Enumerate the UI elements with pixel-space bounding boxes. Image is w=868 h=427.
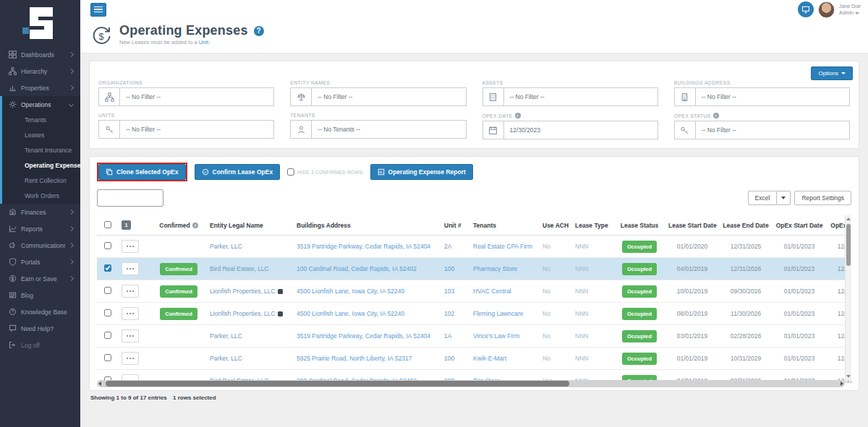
help-icon[interactable]: ? [254,26,264,36]
table-row[interactable]: Parker, LLC 3519 Partridge Parkway, Ceda… [97,325,851,348]
chevron-right-icon [69,85,74,90]
vertical-scrollbar[interactable] [845,215,851,380]
sidebar-item-need-help[interactable]: Need Help? [0,320,80,337]
user-avatar[interactable] [818,1,835,18]
sidebar-item-rent-collection[interactable]: Rent Collection [2,173,80,189]
col-confirmed[interactable]: Confirmed [159,222,190,229]
row-checkbox[interactable] [104,287,111,294]
table-row-selected[interactable]: Confirmed Bird Real Estate, LLC 100 Card… [97,258,851,280]
info-icon[interactable]: i [192,223,198,228]
chevron-right-icon [69,276,74,281]
table-row[interactable]: Confirmed Lionfish Properties, LLC 4500 … [97,303,851,325]
scroll-down-arrow[interactable] [846,375,851,378]
sidebar-item-tenants[interactable]: Tenants [2,113,80,128]
sidebar-item-reports[interactable]: Reports [0,220,80,237]
tenants-filter-input[interactable]: -- No Tenants -- [312,121,465,138]
row-checkbox[interactable] [104,264,111,272]
unit-link[interactable]: Unit [199,39,208,46]
lease-status-badge: Occupied [622,330,657,342]
opex-status-filter-input[interactable]: -- No Filter -- [696,121,849,139]
row-actions-button[interactable] [122,329,139,342]
horizontal-scrollbar[interactable] [97,380,845,387]
filter-label: TENANTS [290,113,466,118]
row-actions-button[interactable] [122,352,139,365]
table-row[interactable]: Parker, LLC 5925 Prairie Road, North Lib… [97,348,851,370]
sidebar-item-operations[interactable]: Operations [2,96,80,113]
row-actions-button[interactable] [122,307,139,320]
col-lease-type[interactable]: Lease Type [572,215,613,236]
col-unit[interactable]: Unit # [441,215,470,236]
report-settings-button[interactable]: Report Settings [794,191,851,205]
col-entity[interactable]: Entity Legal Name [207,215,294,236]
col-lease-status[interactable]: Lease Status [613,215,665,236]
sidebar-item-finances[interactable]: Finances [0,204,80,220]
sidebar-item-operating-expenses[interactable]: Operating Expenses [2,158,80,173]
filter-label: BUILDINGS ADDRESS [674,80,850,85]
sidebar-item-tenant-insurance[interactable]: Tenant Insurance [2,143,80,158]
sidebar-item-work-orders[interactable]: Work Orders [2,189,80,204]
options-button[interactable]: Options [811,66,853,80]
row-actions-button[interactable] [122,240,139,253]
sidebar-item-properties[interactable]: Properties [0,79,80,96]
sidebar-item-hierarchy[interactable]: Hierarchy [0,63,80,79]
scales-icon [291,88,312,105]
row-actions-button[interactable] [122,285,139,298]
col-lease-start[interactable]: Lease Start Date [665,215,719,236]
excel-export-group: Excel [748,191,791,205]
sidebar-item-leases[interactable]: Leases [2,128,80,143]
opex-table: 1 Confirmedi Entity Legal Name Buildings… [97,215,851,387]
row-actions-button[interactable] [122,262,139,275]
units-filter-input[interactable]: -- No Filter -- [120,121,273,138]
buildings-address-filter-input[interactable]: -- No Filter -- [696,88,849,105]
app-logo[interactable] [0,0,80,46]
sidebar-item-knowledge-base[interactable]: Knowledge Base [0,303,80,320]
knowledge-base-icon [9,308,17,316]
hide-confirmed-checkbox[interactable] [287,168,294,176]
opex-date-input[interactable]: 12/30/2023 [504,121,658,139]
table-row[interactable]: Confirmed Lionfish Properties, LLC 4500 … [97,280,851,303]
assets-filter-input[interactable]: -- No Filter -- [504,88,658,105]
scroll-up-arrow[interactable] [846,217,851,220]
table-summary: Showing 1 to 9 of 17 entries 1 rows sele… [89,394,859,401]
screen-share-icon[interactable] [798,1,814,17]
col-lease-end[interactable]: Lease End Date [719,215,773,236]
col-tenants[interactable]: Tenants [470,215,540,236]
vertical-scroll-thumb[interactable] [846,224,851,266]
info-icon[interactable]: i [515,113,521,118]
selected-summary: 1 rows selected [173,394,216,401]
entity-names-filter-input[interactable]: -- No Filter -- [312,88,465,105]
user-menu[interactable]: Jane Doe Admin [839,3,861,16]
sidebar-item-blog[interactable]: Blog [0,287,80,303]
scroll-left-arrow[interactable] [98,381,101,386]
operating-expense-report-button[interactable]: Operating Expense Report [370,164,473,180]
row-checkbox[interactable] [104,332,111,339]
table-row[interactable]: Parker, LLC 3519 Partridge Parkway, Ceda… [97,236,851,258]
row-checkbox[interactable] [104,242,111,249]
info-icon[interactable]: i [713,113,719,118]
col-opex-start[interactable]: OpEx Start Date [773,215,826,236]
sidebar-item-log-off[interactable]: Log off [0,337,80,353]
filter-label: ASSETS [482,80,658,85]
annotation-highlight: Clone Selected OpEx [97,163,187,181]
organizations-filter-input[interactable]: -- No Filter -- [120,88,273,105]
table-search-input[interactable] [97,189,163,207]
sidebar-item-communications[interactable]: Communications [0,237,80,254]
sidebar-item-dashboards[interactable]: Dashboards [0,46,80,63]
filter-assets: ASSETS -- No Filter -- [482,80,658,106]
clone-selected-opex-button[interactable]: Clone Selected OpEx [98,164,186,180]
confirm-lease-opex-button[interactable]: Confirm Lease OpEx [195,164,281,180]
sidebar-item-earn-or-save[interactable]: Earn or Save [0,270,80,287]
row-checkbox[interactable] [104,354,111,361]
col-use-ach[interactable]: Use ACH [540,215,572,236]
select-all-checkbox[interactable] [104,221,111,228]
horizontal-scroll-thumb[interactable] [106,381,569,387]
hide-confirmed-label[interactable]: HIDE 3 CONFIRMED ROWS [297,170,362,175]
sidebar-item-portals[interactable]: Portals [0,254,80,270]
excel-dropdown-button[interactable] [776,191,791,205]
scroll-right-arrow[interactable] [841,381,843,386]
col-address[interactable]: Buildings Address [294,215,441,236]
lease-status-badge: Occupied [622,285,657,298]
excel-export-button[interactable]: Excel [748,191,777,205]
hamburger-menu-button[interactable] [90,3,106,17]
row-checkbox[interactable] [104,309,111,316]
